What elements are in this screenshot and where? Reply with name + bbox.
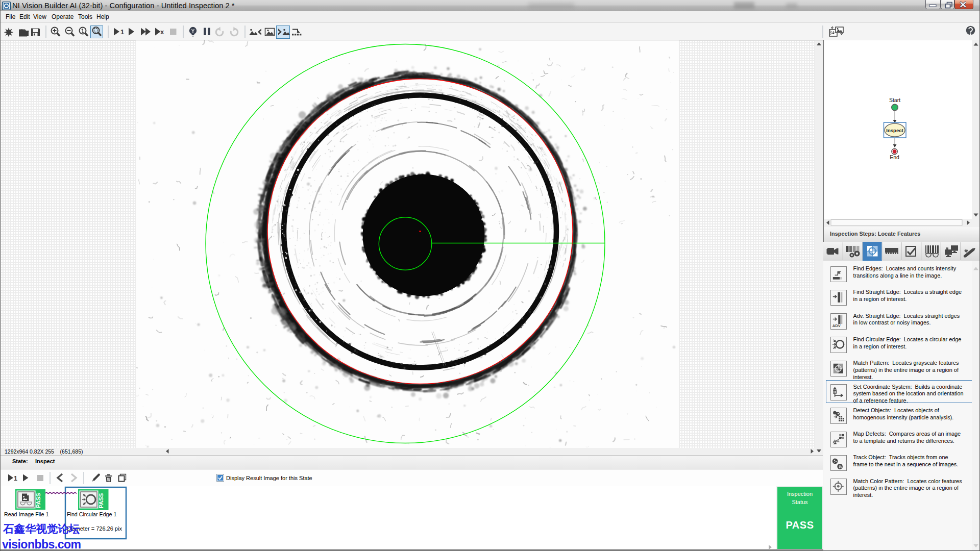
svg-text:Read Image File 1: Read Image File 1 [4, 511, 48, 517]
svg-text:PASS: PASS [35, 493, 41, 508]
svg-text:1: 1 [120, 28, 124, 36]
svg-text:1: 1 [14, 475, 17, 482]
svg-text:Start: Start [889, 97, 900, 103]
svg-text:Find Circular Edge 1: Find Circular Edge 1 [67, 511, 116, 517]
svg-text:x: x [160, 28, 164, 36]
svg-text:ADV: ADV [832, 323, 841, 328]
svg-text:Inspect: Inspect [886, 128, 903, 133]
svg-text:End: End [890, 154, 899, 160]
svg-text:PASS: PASS [98, 493, 104, 508]
svg-text:Display Result Image for this: Display Result Image for this State [226, 475, 312, 481]
